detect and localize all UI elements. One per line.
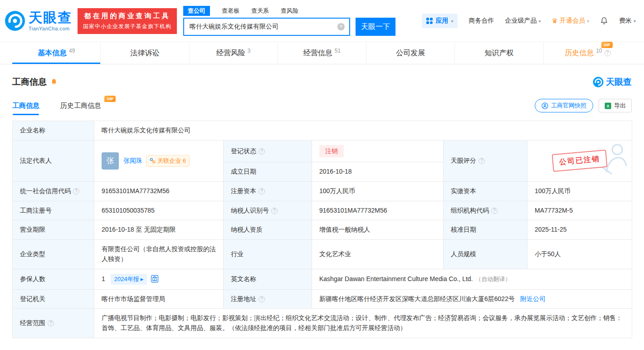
caret-down-icon: ▾ <box>451 19 453 24</box>
tab-count: 3 <box>248 48 251 54</box>
field-label-industry: 行业 <box>224 240 312 269</box>
caret-down-icon: ▾ <box>634 19 636 24</box>
field-value-reg-address: 新疆喀什地区喀什经济开发区深喀大道总部经济区川渝大厦6层6022号附近公司 <box>312 289 632 309</box>
top-nav: 应用 ▾ 商务合作 企业级产品 ▾ ♛ 开通会员 ▾ 费米 ▾ <box>422 14 636 28</box>
subtab-business-registration[interactable]: 工商信息 <box>12 102 39 115</box>
field-value-english-name: Kashgar Dawan Entertainment Culture Medi… <box>312 269 632 289</box>
user-name: 费米 <box>619 17 632 25</box>
related-companies-label: 关联企业 <box>157 156 181 165</box>
search-button[interactable]: 天眼一下 <box>356 18 395 36</box>
subtab-history-registration[interactable]: 历史工商信息 VIP <box>60 102 101 115</box>
nav-business-label: 商务合作 <box>468 17 494 25</box>
search-box: × <box>183 18 350 36</box>
export-button[interactable]: X 导出 <box>599 99 632 112</box>
table-row: 参保人数 12024年报▸ 英文名称 Kashgar Dawan Enterta… <box>13 269 632 289</box>
caret-down-icon: ▾ <box>538 19 541 24</box>
nav-open-vip[interactable]: ♛ 开通会员 ▾ <box>551 17 589 25</box>
field-label-staff-size: 人员规模 <box>444 240 527 269</box>
help-icon[interactable]: ? <box>271 208 278 214</box>
user-account-menu[interactable]: 费米 ▾ <box>619 17 636 25</box>
legal-rep-name-link[interactable]: 张闻珠 <box>123 156 142 166</box>
field-value-staff-size: 小于50人 <box>527 240 632 269</box>
search-tab-risk[interactable]: 查风险 <box>281 7 298 15</box>
business-info-table: 企业名称 喀什大碗娱乐文化传媒有限公司 法定代表人 张 张闻珠 <box>12 121 632 338</box>
field-value-reg-status: 注销 <box>312 140 444 162</box>
field-label-score: 天眼评分? <box>444 140 527 181</box>
field-label-english-name: 英文名称 <box>224 269 312 289</box>
field-value-taxpayer-quality: 增值税一般纳税人 <box>312 220 444 240</box>
tab-label: 基本信息 <box>38 49 67 58</box>
field-label-approval-date: 核准日期 <box>444 220 527 240</box>
search-tabs: 查公司 查老板 查关系 查风险 <box>183 6 395 16</box>
field-value-company-type: 有限责任公司（非自然人投资或控股的法人独资） <box>94 240 224 269</box>
gov-building-icon[interactable] <box>151 275 159 283</box>
field-label-reg-capital: 注册资本? <box>224 182 312 201</box>
help-icon[interactable]: ? <box>259 296 265 302</box>
tab-intellectual-property[interactable]: 知识产权 <box>455 42 543 64</box>
official-snapshot-button[interactable]: 工商官网快照 <box>535 99 593 112</box>
field-label-reg-status: 登记状态? <box>224 140 312 162</box>
svg-text:X: X <box>607 103 610 108</box>
nav-business-cooperation[interactable]: 商务合作 <box>468 17 494 25</box>
brand-domain: TianYanCha.com <box>29 26 72 31</box>
field-value-legal-rep: 张 张闻珠 关联企业 6 <box>94 140 224 181</box>
watermark-brand-text: 天眼查 <box>606 76 632 88</box>
tab-history-info[interactable]: 历史信息 10 ? VIP <box>544 42 632 64</box>
table-row: 法定代表人 张 张闻珠 关联企业 6 <box>13 140 632 162</box>
table-row: 统一社会信用代码? 91653101MA77732M56 注册资本? 100万人… <box>13 182 632 201</box>
tab-count: 51 <box>335 48 341 54</box>
main-content: 工商信息 天眼查 工商信息 历史工商信息 VIP <box>0 76 644 338</box>
tab-company-development[interactable]: 公司发展 <box>366 42 455 64</box>
tab-basic-info[interactable]: 基本信息 49 <box>12 42 101 64</box>
vip-badge: VIP <box>601 42 613 48</box>
clear-search-icon[interactable]: × <box>337 23 345 30</box>
caret-down-icon: ▾ <box>587 19 589 24</box>
slogan-line1: 都在用的商业查询工具 <box>83 12 171 20</box>
nav-enterprise-products[interactable]: 企业级产品 ▾ <box>505 17 541 25</box>
field-label-reg-address: 注册地址? <box>224 289 312 309</box>
related-companies-tag[interactable]: 关联企业 6 <box>146 155 190 167</box>
help-icon[interactable]: ? <box>491 208 498 214</box>
notification-bell-icon[interactable] <box>600 17 608 25</box>
help-icon[interactable]: ? <box>478 158 485 164</box>
export-button-label: 导出 <box>614 102 626 110</box>
field-value-reg-number: 653101050035785 <box>94 201 224 220</box>
search-tab-relation[interactable]: 查关系 <box>251 7 269 15</box>
tianyancha-logo[interactable]: 天眼查 TianYanCha.com <box>5 10 72 31</box>
crown-icon: ♛ <box>551 17 557 25</box>
tab-label: 历史信息 <box>565 49 594 58</box>
grid-icon <box>426 18 433 24</box>
search-tab-boss[interactable]: 查老板 <box>222 7 239 15</box>
help-icon[interactable]: ? <box>605 50 611 56</box>
excel-icon: X <box>605 102 611 109</box>
slogan-banner: 都在用的商业查询工具 国家中小企业发展子基金旗下机构 <box>78 8 177 34</box>
annual-report-label: 2024年报 <box>114 275 139 284</box>
help-icon[interactable]: ? <box>48 320 54 326</box>
tab-business-info[interactable]: 经营信息 51 <box>278 42 366 64</box>
table-row: 企业名称 喀什大碗娱乐文化传媒有限公司 <box>13 121 632 141</box>
help-icon[interactable]: ? <box>259 148 265 155</box>
tab-label: 经营风险 <box>216 49 245 58</box>
legal-rep-avatar: 张 <box>102 152 119 170</box>
tab-operational-risk[interactable]: 经营风险 3 <box>190 42 278 64</box>
search-tab-company[interactable]: 查公司 <box>183 6 210 16</box>
tab-label: 知识产权 <box>485 49 514 58</box>
nav-vip-label: 开通会员 <box>560 17 585 25</box>
help-icon[interactable]: ? <box>73 188 79 194</box>
nearby-companies-link[interactable]: 附近公司 <box>520 295 546 302</box>
field-label-insured-count: 参保人数 <box>13 269 94 289</box>
tab-legal-proceedings[interactable]: 法律诉讼 <box>101 42 189 64</box>
table-row: 营业期限 2016-10-18 至 无固定期限 纳税人资质 增值税一般纳税人 核… <box>13 220 632 240</box>
search-input[interactable] <box>184 23 337 30</box>
brand-name: 天眼查 <box>29 11 72 24</box>
field-label-taxpayer-quality: 纳税人资质 <box>224 220 312 240</box>
related-companies-count: 6 <box>183 156 186 165</box>
apps-menu-label: 应用 <box>435 17 448 25</box>
field-label-business-scope: 经营范围? <box>13 309 94 338</box>
subtab-label: 历史工商信息 <box>60 102 101 109</box>
help-icon[interactable]: ? <box>259 188 265 194</box>
subscribe-bell-icon[interactable] <box>50 78 58 86</box>
field-value-establish-date: 2016-10-18 <box>312 162 444 182</box>
apps-menu[interactable]: 应用 ▾ <box>422 14 458 28</box>
annual-report-tag[interactable]: 2024年报▸ <box>111 274 147 285</box>
